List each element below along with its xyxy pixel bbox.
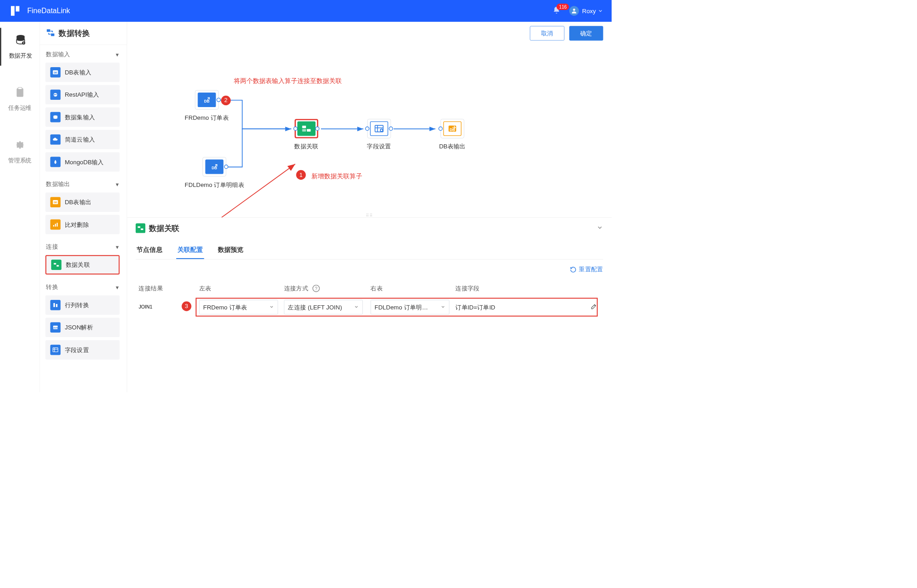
svg-rect-23	[53, 348, 58, 352]
svg-text:DB: DB	[204, 99, 209, 103]
sidebar-group[interactable]: 转换▾	[40, 278, 125, 295]
svg-rect-35	[138, 226, 140, 228]
sidebar-item[interactable]: 简道云输入	[45, 130, 119, 149]
notification-badge: 116	[557, 4, 569, 10]
svg-rect-20	[57, 265, 59, 266]
svg-rect-16	[53, 225, 54, 226]
item-icon: API	[50, 89, 61, 100]
svg-point-32	[380, 129, 383, 131]
item-icon	[50, 112, 61, 122]
nav-rail: 数据开发 任务运维 管理系统	[0, 22, 40, 392]
item-icon: DB	[50, 197, 61, 207]
annotation-badge-1: 1	[296, 170, 306, 180]
item-icon: DB	[50, 67, 61, 78]
right-table-select[interactable]: FDLDemo 订单明…	[370, 300, 449, 314]
svg-rect-29	[307, 129, 311, 132]
join-row: JOIN1 FRDemo 订单表 左连接 (LEFT JOIN) FDLDemo…	[136, 297, 603, 317]
annotation-badge-2: 2	[221, 96, 231, 105]
node-db-input-2[interactable]: DB FDLDemo 订单明细表	[185, 157, 244, 189]
collapse-button[interactable]	[597, 224, 603, 232]
transform-icon	[46, 28, 55, 39]
svg-rect-31	[375, 125, 383, 132]
sidebar-item[interactable]: 比对删除	[45, 215, 119, 235]
top-bar: FineDataLink 116 Roxy	[0, 0, 611, 22]
sidebar: 数据转换 数据输入▾DBDB表输入APIRestAPI输入数据集输入简道云输入M…	[40, 22, 127, 392]
main: 取消 确定 DB FRDemo 订单表 DB	[127, 22, 611, 392]
svg-text:DB: DB	[212, 166, 217, 170]
reset-button[interactable]: 重置配置	[570, 265, 603, 274]
sidebar-item[interactable]: APIRestAPI输入	[45, 85, 119, 104]
cancel-button[interactable]: 取消	[530, 26, 564, 40]
svg-text:JSON: JSON	[53, 327, 58, 329]
sidebar-item[interactable]: DBDB表输出	[45, 192, 119, 212]
notifications-button[interactable]: 116	[552, 6, 561, 15]
svg-rect-19	[54, 263, 56, 265]
svg-rect-1	[16, 6, 20, 11]
canvas[interactable]: DB FRDemo 订单表 DB FDLDemo 订单明细表 数据关联 字段设置…	[127, 45, 611, 217]
svg-rect-36	[141, 229, 143, 230]
tabs: 节点信息 关联配置 数据预览	[136, 241, 603, 260]
svg-text:DB: DB	[54, 71, 57, 74]
sidebar-item[interactable]: DBDB表输入	[45, 63, 119, 82]
username[interactable]: Roxy	[582, 7, 596, 14]
svg-rect-6	[18, 87, 21, 89]
svg-point-2	[573, 9, 575, 11]
sidebar-item[interactable]: 字段设置	[45, 340, 119, 360]
node-field-setting[interactable]: 字段设置	[367, 119, 391, 151]
annotation-text-2: 将两个数据表输入算子连接至数据关联	[234, 77, 342, 85]
node-db-input-1[interactable]: DB FRDemo 订单表	[185, 90, 229, 122]
chevron-down-icon[interactable]	[598, 8, 603, 14]
join-icon	[136, 223, 145, 233]
join-type-select[interactable]: 左连接 (LEFT JOIN)	[284, 300, 363, 314]
join-table-header: 连接结果 左表 连接方式? 右表 连接字段	[136, 279, 603, 297]
sidebar-item[interactable]: 行列转换	[45, 295, 119, 315]
left-table-select[interactable]: FRDemo 订单表	[199, 300, 278, 314]
node-join[interactable]: 数据关联	[294, 119, 318, 151]
svg-rect-18	[57, 223, 58, 226]
nav-data-dev[interactable]: 数据开发	[0, 28, 39, 65]
svg-rect-5	[16, 88, 23, 97]
nav-admin[interactable]: 管理系统	[0, 133, 39, 170]
tab-join-config[interactable]: 关联配置	[176, 241, 204, 259]
item-icon	[51, 260, 62, 270]
ok-button[interactable]: 确定	[569, 26, 603, 40]
help-icon[interactable]: ?	[312, 285, 320, 292]
tab-node-info[interactable]: 节点信息	[136, 241, 163, 259]
nav-task-ops[interactable]: 任务运维	[0, 81, 39, 118]
clipboard-icon	[14, 87, 25, 101]
main-header: 取消 确定	[127, 22, 611, 45]
database-icon	[15, 34, 27, 49]
sidebar-item[interactable]: MongoDB输入	[45, 152, 119, 172]
join-field: 订单ID=订单ID	[455, 303, 495, 311]
item-icon: JSON	[50, 322, 61, 333]
svg-rect-28	[302, 126, 306, 128]
item-icon	[50, 220, 61, 230]
drag-handle[interactable]: ⠿⠿	[366, 213, 373, 218]
sidebar-header: 数据转换	[40, 22, 127, 45]
item-icon	[50, 300, 61, 310]
item-icon	[50, 345, 61, 355]
svg-text:DB: DB	[54, 201, 57, 204]
svg-text:API: API	[54, 93, 57, 96]
sidebar-item[interactable]: 数据集输入	[45, 108, 119, 127]
svg-rect-30	[302, 129, 306, 132]
annotation-badge-3: 3	[182, 301, 191, 311]
avatar[interactable]	[569, 6, 579, 15]
edit-icon[interactable]	[591, 303, 597, 311]
sidebar-item[interactable]: 数据关联	[45, 255, 119, 274]
sidebar-group[interactable]: 数据输出▾	[40, 175, 125, 192]
sidebar-item[interactable]: JSONJSON解析	[45, 318, 119, 337]
tab-preview[interactable]: 数据预览	[217, 241, 245, 259]
annotation-text-1: 新增数据关联算子	[311, 172, 362, 181]
item-icon	[50, 134, 61, 145]
gear-icon	[14, 139, 25, 153]
item-icon	[50, 157, 61, 167]
sidebar-group[interactable]: 连接▾	[40, 237, 125, 255]
node-db-output[interactable]: DB DB表输出	[439, 119, 466, 151]
svg-rect-8	[51, 33, 54, 36]
app-name: FineDataLink	[27, 7, 70, 15]
sidebar-group[interactable]: 数据输入▾	[40, 45, 125, 63]
svg-rect-17	[55, 224, 56, 226]
svg-rect-7	[47, 29, 50, 32]
config-panel: 数据关联 节点信息 关联配置 数据预览 重置配置	[127, 217, 611, 392]
